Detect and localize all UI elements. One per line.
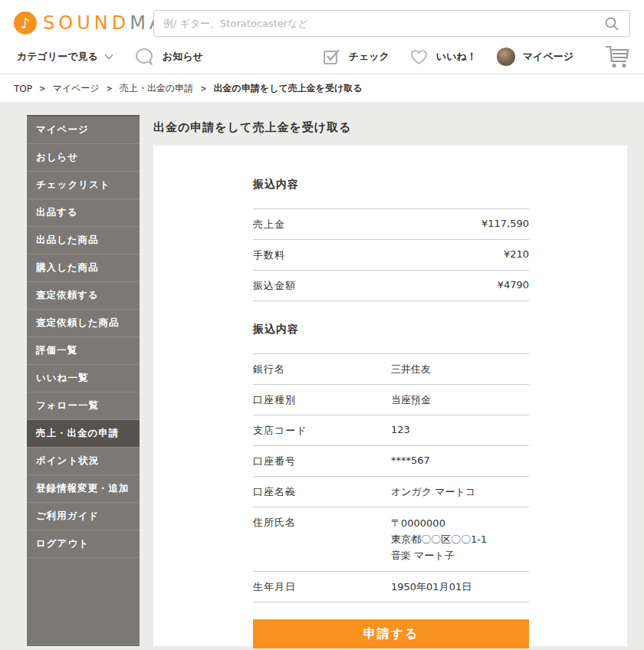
- table-row: 口座番号****567: [253, 446, 529, 477]
- logo-text-sound: SOUND: [43, 12, 130, 34]
- table-row: 口座名義オンガク マートコ: [253, 477, 529, 507]
- cart-button[interactable]: [604, 44, 630, 69]
- search-icon: [604, 16, 626, 31]
- nav-news-label: お知らせ: [163, 50, 203, 64]
- sidebar-item[interactable]: 評価一覧: [27, 337, 140, 365]
- sidebar-item[interactable]: おしらせ: [27, 144, 140, 172]
- search-input[interactable]: [153, 10, 630, 37]
- content-card: 振込内容売上金¥117,590手数料¥210振込金額¥4790振込内容銀行名三井…: [153, 146, 627, 646]
- row-label: 手数料: [253, 248, 391, 262]
- chevron-down-icon: [104, 54, 113, 60]
- detail-table: 銀行名三井住友口座種別当座預金支店コード123口座番号****567口座名義オン…: [253, 353, 529, 602]
- detail-table: 売上金¥117,590手数料¥210振込金額¥4790: [253, 208, 529, 301]
- table-row: 振込金額¥4790: [253, 271, 529, 301]
- row-label: 振込金額: [253, 279, 391, 293]
- header-user-nav: チェック いいね！ マイページ: [323, 44, 630, 69]
- sidebar-item[interactable]: マイページ: [27, 117, 140, 144]
- section-heading: 振込内容: [253, 178, 529, 192]
- logo[interactable]: ♪ SOUNDMART: [14, 11, 144, 34]
- music-note-icon: ♪: [14, 11, 37, 34]
- sidebar-item[interactable]: 購入した商品: [27, 254, 140, 282]
- search-bar: [153, 10, 630, 37]
- table-row: 口座種別当座預金: [253, 385, 529, 415]
- speech-bubble-icon: [135, 48, 155, 66]
- header: ♪ SOUNDMART カテゴリーで見る: [0, 0, 644, 74]
- row-label: 住所氏名: [253, 516, 391, 563]
- page-title: 出金の申請をして売上金を受け取る: [153, 120, 627, 135]
- main-column: 出金の申請をして売上金を受け取る 振込内容売上金¥117,590手数料¥210振…: [153, 102, 627, 646]
- table-row: 生年月日1950年01月01日: [253, 572, 529, 602]
- breadcrumb: TOP>マイページ>売上・出金の申請>出金の申請をして売上金を受け取る: [14, 82, 363, 95]
- sidebar-item[interactable]: チェックリスト: [27, 172, 140, 199]
- row-value-line: 東京都〇〇区〇〇1-1: [391, 532, 529, 548]
- sidebar-item[interactable]: 登録情報変更・追加: [27, 475, 140, 503]
- table-row: 住所氏名〒0000000東京都〇〇区〇〇1-1音楽 マート子: [253, 507, 529, 572]
- table-row: 銀行名三井住友: [253, 354, 529, 385]
- row-label: 生年月日: [253, 580, 391, 594]
- row-label: 口座種別: [253, 393, 391, 407]
- row-value: 〒0000000東京都〇〇区〇〇1-1音楽 マート子: [391, 516, 529, 563]
- section-heading: 振込内容: [253, 323, 529, 336]
- nav-mypage-label: マイページ: [523, 50, 573, 64]
- row-label: 支店コード: [253, 424, 391, 438]
- sidebar-item[interactable]: 査定依頼する: [27, 282, 140, 310]
- cart-icon: [604, 44, 630, 69]
- row-value: 1950年01月01日: [391, 580, 529, 594]
- row-value-line: 音楽 マート子: [391, 548, 529, 564]
- row-value: ¥210: [391, 248, 529, 262]
- page: ♪ SOUNDMART カテゴリーで見る: [0, 0, 644, 650]
- sidebar-item[interactable]: いいね一覧: [27, 365, 140, 392]
- sidebar-item[interactable]: ポイント状況: [27, 448, 140, 475]
- row-value: ****567: [391, 455, 529, 468]
- nav-check[interactable]: チェック: [323, 48, 393, 66]
- row-value: ¥4790: [391, 279, 529, 293]
- apply-button[interactable]: 申請する: [253, 619, 529, 648]
- nav-like-label: いいね！: [436, 50, 477, 64]
- nav-check-label: チェック: [349, 50, 389, 64]
- header-top-row: ♪ SOUNDMART: [14, 9, 630, 37]
- nav-categories[interactable]: カテゴリーで見る: [14, 50, 113, 64]
- sidebar-item[interactable]: ログアウト: [27, 530, 140, 558]
- breadcrumb-separator: >: [107, 84, 113, 93]
- table-row: 手数料¥210: [253, 240, 529, 271]
- nav-categories-label: カテゴリーで見る: [17, 50, 98, 64]
- row-value: オンガク マートコ: [391, 485, 529, 499]
- breadcrumb-current: 出金の申請をして売上金を受け取る: [214, 82, 363, 95]
- row-label: 銀行名: [253, 363, 391, 376]
- sidebar-menu: マイページおしらせチェックリスト出品する出品した商品購入した商品査定依頼する査定…: [27, 115, 140, 646]
- nav-mypage[interactable]: マイページ: [497, 48, 577, 66]
- row-value: ¥117,590: [391, 218, 529, 231]
- search-button[interactable]: [604, 13, 626, 34]
- row-value: 当座預金: [391, 393, 529, 407]
- table-row: 売上金¥117,590: [253, 209, 529, 240]
- sidebar-item[interactable]: フォロー一覧: [27, 392, 140, 420]
- table-row: 支店コード123: [253, 415, 529, 446]
- breadcrumb-item[interactable]: 売上・出金の申請: [120, 82, 193, 95]
- nav-news[interactable]: お知らせ: [135, 48, 206, 66]
- breadcrumb-item[interactable]: TOP: [14, 84, 32, 94]
- avatar: [497, 48, 515, 66]
- breadcrumb-item[interactable]: マイページ: [52, 82, 99, 95]
- breadcrumb-separator: >: [200, 84, 206, 93]
- row-label: 口座番号: [253, 455, 391, 468]
- sidebar-item[interactable]: ご利用ガイド: [27, 503, 140, 530]
- nav-like[interactable]: いいね！: [409, 48, 480, 65]
- breadcrumb-separator: >: [39, 84, 45, 93]
- content-area: マイページおしらせチェックリスト出品する出品した商品購入した商品査定依頼する査定…: [0, 102, 644, 650]
- sidebar-item[interactable]: 査定依頼した商品: [27, 310, 140, 337]
- breadcrumb-bar: TOP>マイページ>売上・出金の申請>出金の申請をして売上金を受け取る: [0, 75, 644, 102]
- header-nav-row: カテゴリーで見る お知らせ チェック: [14, 44, 630, 69]
- card-sections: 振込内容売上金¥117,590手数料¥210振込金額¥4790振込内容銀行名三井…: [153, 146, 627, 648]
- row-label: 売上金: [253, 218, 391, 231]
- checkbox-icon: [323, 48, 341, 66]
- sidebar-item[interactable]: 売上・出金の申請: [27, 420, 140, 448]
- row-value: 123: [391, 424, 529, 438]
- sidebar-item[interactable]: 出品する: [27, 199, 140, 227]
- row-value-line: 〒0000000: [391, 516, 529, 532]
- row-label: 口座名義: [253, 485, 391, 499]
- row-value: 三井住友: [391, 363, 529, 376]
- sidebar-item[interactable]: 出品した商品: [27, 227, 140, 254]
- heart-icon: [409, 48, 429, 65]
